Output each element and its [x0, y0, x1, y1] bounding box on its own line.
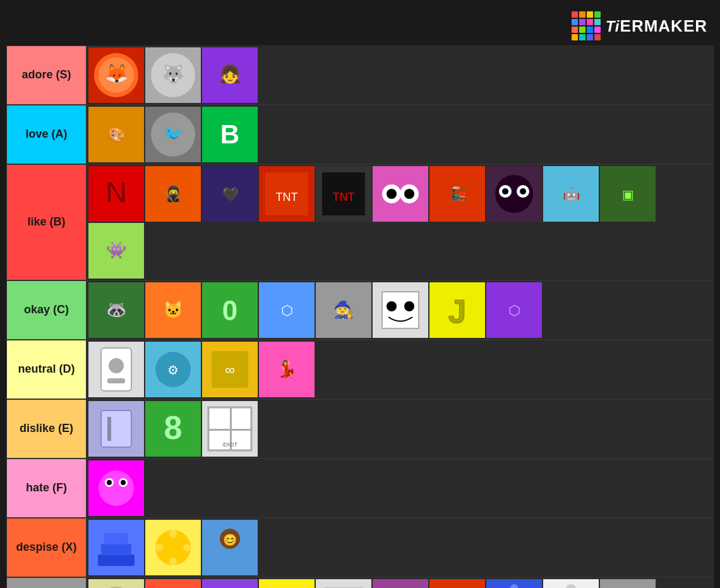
tier-items-d: ⚙ ∞ 💃 [86, 340, 713, 399]
tier-item[interactable] [316, 579, 371, 588]
tier-item[interactable]: S [145, 579, 201, 588]
svg-point-121 [107, 480, 112, 485]
svg-point-80 [404, 301, 414, 311]
tier-item[interactable]: 😊 [202, 520, 258, 575]
svg-point-131 [169, 530, 177, 537]
svg-point-132 [169, 558, 177, 565]
svg-text:👾: 👾 [106, 240, 127, 260]
tier-item[interactable]: 🐱 [145, 282, 201, 338]
tier-items-e: 8 IDIOT [86, 400, 713, 458]
tier-item[interactable]: 👧 [202, 47, 258, 103]
tier-item[interactable]: 🖤 [202, 166, 258, 222]
svg-rect-141 [88, 579, 144, 588]
logo-grid-icon [572, 11, 601, 40]
svg-text:🦝: 🦝 [106, 299, 127, 320]
svg-text:🖤: 🖤 [222, 186, 239, 203]
logo: TiERMAKER [572, 11, 707, 40]
tier-item[interactable]: ⬡ [486, 282, 542, 338]
svg-text:N: N [105, 176, 128, 209]
svg-rect-114 [208, 429, 251, 431]
tier-item[interactable]: ∞ [202, 342, 258, 397]
svg-point-79 [387, 301, 397, 311]
tier-item[interactable]: 🥷 [145, 166, 201, 222]
tier-row-d: neutral (D) ⚙ ∞ 💃 [6, 340, 714, 399]
tier-item[interactable]: 🧙 [316, 282, 371, 338]
tier-item[interactable]: IDIOT [202, 401, 258, 457]
tier-item[interactable] [88, 401, 144, 457]
tier-item[interactable]: 0 [202, 282, 258, 338]
tier-row-c: okay (C) 🦝 🐱 0 ⬡ 🧙 J ⬡ [6, 280, 714, 340]
tier-label-c: okay (C) [7, 281, 86, 339]
tier-item[interactable]: 🤖 [543, 166, 599, 222]
tier-item[interactable]: ⚙ [145, 342, 201, 397]
logo-cell [579, 19, 585, 25]
tier-item[interactable] [486, 579, 542, 588]
tier-item[interactable]: 😐 [429, 579, 485, 588]
svg-text:▣: ▣ [622, 188, 634, 201]
tier-item[interactable] [543, 579, 599, 588]
svg-rect-154 [316, 579, 371, 588]
tier-item[interactable] [145, 520, 201, 575]
logo-cell [594, 11, 601, 18]
tier-item[interactable]: N [88, 166, 144, 222]
svg-text:🤖: 🤖 [563, 186, 580, 203]
svg-rect-78 [382, 292, 419, 328]
tier-item[interactable]: 🚂 [429, 166, 485, 222]
tier-item[interactable] [88, 460, 144, 516]
tier-item[interactable]: 🦝 [88, 282, 144, 338]
tier-item[interactable] [88, 579, 144, 588]
tier-item[interactable]: F [259, 579, 315, 588]
tier-item[interactable]: TNT [259, 166, 315, 222]
svg-point-122 [121, 480, 126, 485]
tier-item[interactable]: 🐱 [373, 579, 428, 588]
tier-label-e: dislike (E) [7, 400, 86, 458]
svg-rect-151 [259, 579, 315, 588]
tier-item[interactable]: ▣ [600, 166, 656, 222]
tier-item[interactable] [486, 166, 542, 222]
tier-item[interactable]: 🎨 [88, 107, 144, 162]
tier-item[interactable] [600, 579, 656, 588]
tier-label-d: neutral (D) [7, 340, 86, 399]
tier-items-x: 😊 [86, 519, 713, 577]
tier-label-f: hate (F) [7, 459, 86, 517]
svg-text:👧: 👧 [219, 64, 241, 85]
svg-rect-138 [218, 551, 242, 570]
logo-cell [587, 34, 593, 40]
svg-point-134 [183, 544, 191, 551]
svg-text:🦊: 🦊 [105, 63, 129, 85]
tier-item[interactable] [88, 342, 144, 397]
tier-item[interactable]: TNT [316, 166, 371, 222]
svg-text:TNT: TNT [333, 191, 355, 203]
svg-point-40 [387, 189, 397, 199]
tier-item[interactable]: 🤖 [202, 579, 258, 588]
tier-item[interactable]: 🐺 [145, 47, 201, 103]
svg-point-51 [520, 188, 526, 195]
tier-item[interactable]: J [429, 282, 485, 338]
tier-items-c: 🦝 🐱 0 ⬡ 🧙 J ⬡ [86, 281, 713, 339]
svg-rect-105 [101, 411, 131, 447]
tier-items-b: N 🥷 🖤 TNT TNT 🚂 🤖 ▣ [86, 165, 713, 280]
svg-point-118 [99, 471, 134, 506]
svg-text:IDIOT: IDIOT [222, 441, 238, 448]
tier-item[interactable] [373, 166, 428, 222]
svg-rect-127 [104, 533, 128, 544]
logo-cell [572, 19, 578, 25]
tier-item[interactable]: ⬡ [259, 282, 315, 338]
tiermaker-container: TiERMAKER adore (S) 🦊 🐺 👧 love (A) 🎨 🐦 B… [0, 0, 720, 588]
tier-items-a: 🎨 🐦 B [86, 105, 713, 164]
tier-item[interactable]: 🐦 [145, 107, 201, 162]
tier-item[interactable]: 💃 [259, 342, 315, 397]
svg-rect-159 [373, 579, 428, 588]
tier-item[interactable]: 👾 [88, 223, 144, 279]
svg-text:😊: 😊 [223, 533, 237, 547]
tier-item[interactable]: B [202, 107, 258, 162]
logo-cell [587, 27, 593, 33]
tier-item[interactable]: 8 [145, 401, 201, 457]
logo-text: TiERMAKER [606, 16, 707, 36]
tier-item[interactable]: 🦊 [88, 47, 144, 103]
tier-items-q: S 🤖 F 🐱 😐 [86, 578, 713, 588]
tier-rows: adore (S) 🦊 🐺 👧 love (A) 🎨 🐦 B like (B) … [6, 45, 714, 588]
tier-item[interactable] [373, 282, 428, 338]
svg-text:8: 8 [164, 409, 183, 446]
tier-item[interactable] [88, 520, 144, 575]
